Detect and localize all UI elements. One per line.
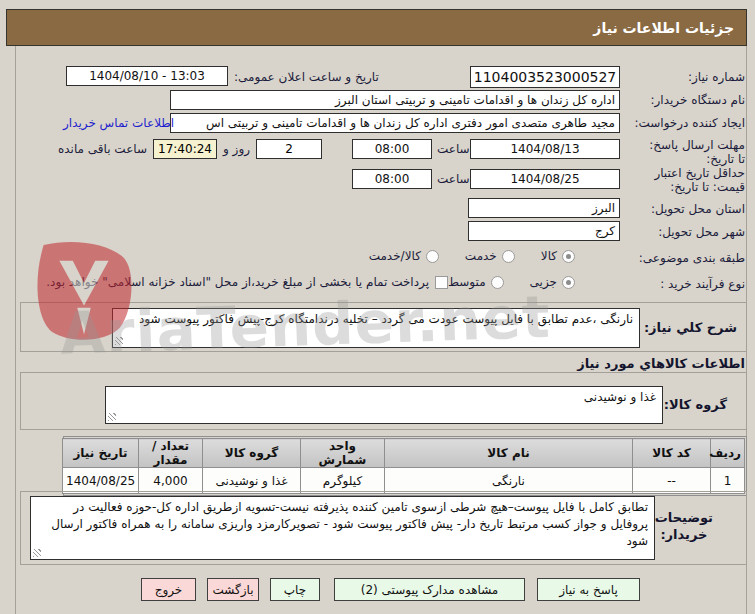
radio-goods-service[interactable]: کالا/خدمت bbox=[369, 249, 439, 263]
buyer-org-field[interactable]: اداره کل زندان ها و اقدامات تامینی و ترب… bbox=[170, 90, 620, 110]
need-number-field[interactable]: 1104003523000527 bbox=[470, 66, 620, 88]
radio-goods-service-icon[interactable] bbox=[426, 250, 439, 263]
subject-class-group: کالا خدمت کالا/خدمت bbox=[369, 249, 575, 263]
radio-partial-icon[interactable] bbox=[562, 276, 575, 289]
col-unit: واحد شمارش bbox=[301, 439, 385, 468]
need-details-window: جزئیات اطلاعات نیاز شماره نیاز: 11040035… bbox=[0, 0, 755, 614]
cell-goods-code: -- bbox=[633, 468, 711, 494]
cell-need-date: 1404/08/25 bbox=[63, 468, 139, 494]
col-need-date: تاریخ نیاز bbox=[63, 439, 139, 468]
need-number-label: شماره نیاز: bbox=[688, 70, 745, 84]
cell-goods-name: نارنگی bbox=[385, 468, 633, 494]
remaining-suffix-label: ساعت باقی مانده bbox=[58, 142, 147, 156]
remaining-days-field[interactable]: 2 bbox=[256, 139, 322, 159]
need-description-label: شرح كلي نياز: bbox=[644, 320, 737, 335]
delivery-city-field[interactable]: کرج bbox=[468, 221, 620, 241]
page-title: جزئیات اطلاعات نیاز bbox=[593, 20, 734, 36]
goods-table: ردیف کد کالا نام کالا واحد شمارش گروه کا… bbox=[62, 438, 745, 494]
radio-partial[interactable]: جزیی bbox=[530, 275, 575, 289]
goods-group-textarea[interactable]: غذا و نوشیدنی bbox=[105, 386, 663, 424]
exit-button[interactable]: خروج bbox=[141, 578, 196, 601]
price-validity-label: حداقل تاریخ اعتبار قیمت: تا تاریخ: bbox=[640, 166, 745, 194]
response-deadline-time-field[interactable]: 08:00 bbox=[352, 139, 432, 159]
price-validity-hour-label: ساعت bbox=[437, 172, 470, 186]
buyer-contact-link[interactable]: اطلاعات تماس خریدار bbox=[63, 116, 174, 130]
back-button[interactable]: بازگشت bbox=[207, 578, 259, 601]
treasury-checkbox-label: پرداخت تمام یا بخشی از مبلغ خرید،از محل … bbox=[46, 275, 429, 289]
price-validity-date-field[interactable]: 1404/08/25 bbox=[470, 169, 620, 189]
cell-quantity: 4,000 bbox=[139, 468, 203, 494]
buyer-org-label: نام دستگاه خریدار: bbox=[651, 93, 746, 107]
request-creator-label: ایجاد کننده درخواست: bbox=[634, 116, 745, 130]
respond-button[interactable]: پاسخ به نیاز bbox=[537, 578, 640, 601]
need-description-textarea[interactable]: نارنگی ،عدم تطابق با فایل پیوست عودت می … bbox=[112, 308, 640, 348]
col-goods-group: گروه کالا bbox=[203, 439, 301, 468]
treasury-checkbox-row: پرداخت تمام یا بخشی از مبلغ خرید،از محل … bbox=[46, 275, 448, 289]
request-creator-field[interactable]: مجید طاهری متصدی امور دفتری اداره کل زند… bbox=[170, 113, 620, 133]
radio-service-icon[interactable] bbox=[502, 250, 515, 263]
goods-table-panel: ردیف کد کالا نام کالا واحد شمارش گروه کا… bbox=[63, 436, 747, 496]
process-type-label: نوع فرآیند خرید : bbox=[660, 277, 745, 291]
process-type-group: جزیی متوسط bbox=[448, 275, 575, 289]
remaining-time-field: 17:40:24 bbox=[153, 139, 217, 159]
radio-medium[interactable]: متوسط bbox=[448, 275, 504, 289]
delivery-province-label: استان محل تحویل: bbox=[651, 202, 745, 216]
buyer-notes-textarea[interactable]: تطابق کامل با فایل پیوست–هیچ شرطی ازسوی … bbox=[30, 496, 655, 560]
radio-goods-icon[interactable] bbox=[562, 250, 575, 263]
response-deadline-hour-label: ساعت bbox=[437, 142, 470, 156]
print-button[interactable]: چاپ bbox=[270, 578, 320, 601]
col-goods-name: نام کالا bbox=[385, 439, 633, 468]
view-attachments-button[interactable]: مشاهده مدارک پیوستی (2) bbox=[334, 578, 525, 601]
col-row-number: ردیف bbox=[711, 439, 745, 468]
table-row: 1 -- نارنگی کیلوگرم غذا و نوشیدنی 4,000 … bbox=[63, 468, 745, 494]
buyer-notes-label: توضیحات خریدار: bbox=[655, 509, 713, 543]
time-remaining-widget: 2 روز و 17:40:24 ساعت باقی مانده bbox=[58, 139, 322, 159]
col-goods-code: کد کالا bbox=[633, 439, 711, 468]
subject-class-label: طبقه بندی موضوعی: bbox=[639, 251, 745, 265]
radio-medium-icon[interactable] bbox=[491, 276, 504, 289]
goods-group-label: گروه كالا: bbox=[664, 397, 727, 412]
goods-section-title: اطلاعات كالاهاي مورد نياز bbox=[577, 356, 745, 371]
response-deadline-date-field[interactable]: 1404/08/13 bbox=[470, 139, 620, 159]
response-deadline-label: مهلت ارسال پاسخ: تا تاریخ: bbox=[645, 138, 745, 166]
cell-row-number: 1 bbox=[711, 468, 745, 494]
cell-goods-group: غذا و نوشیدنی bbox=[203, 468, 301, 494]
delivery-city-label: شهر محل تحویل: bbox=[658, 225, 745, 239]
radio-service[interactable]: خدمت bbox=[465, 249, 515, 263]
announce-datetime-label: تاریخ و ساعت اعلان عمومی: bbox=[234, 70, 379, 84]
price-validity-time-field[interactable]: 08:00 bbox=[352, 169, 432, 189]
cell-unit: کیلوگرم bbox=[301, 468, 385, 494]
remaining-days-label: روز و bbox=[223, 142, 250, 156]
announce-datetime-field[interactable]: 1404/08/10 - 13:03 bbox=[66, 66, 228, 86]
treasury-checkbox[interactable] bbox=[435, 276, 448, 289]
goods-table-header-row: ردیف کد کالا نام کالا واحد شمارش گروه کا… bbox=[63, 439, 745, 468]
col-quantity: تعداد / مقدار bbox=[139, 439, 203, 468]
delivery-province-field[interactable]: البرز bbox=[468, 198, 620, 218]
window-titlebar: جزئیات اطلاعات نیاز bbox=[6, 9, 747, 46]
radio-goods[interactable]: کالا bbox=[541, 249, 575, 263]
